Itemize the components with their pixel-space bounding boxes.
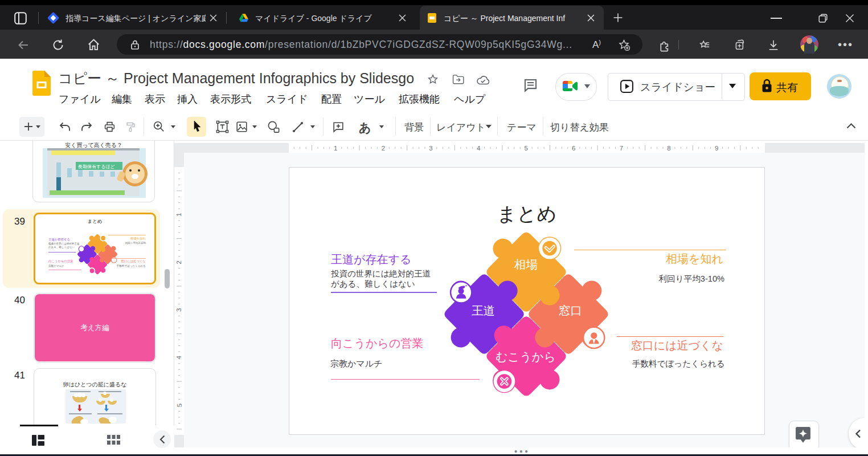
svg-text:7: 7 (620, 145, 623, 152)
svg-text:4: 4 (477, 145, 481, 152)
svg-text:窓口: 窓口 (559, 304, 582, 317)
svg-text:5: 5 (524, 145, 527, 152)
svg-text:相場: 相場 (514, 258, 538, 271)
svg-text:4: 4 (176, 356, 183, 360)
svg-text:9: 9 (715, 145, 718, 152)
svg-text:1: 1 (176, 213, 183, 216)
svg-text:3: 3 (429, 145, 432, 152)
svg-text:むこうから: むこうから (496, 350, 556, 363)
svg-text:1: 1 (334, 145, 337, 152)
svg-text:2: 2 (176, 260, 183, 264)
svg-text:8: 8 (667, 145, 670, 152)
svg-text:6: 6 (572, 145, 575, 152)
svg-text:王道: 王道 (472, 304, 495, 317)
svg-text:2: 2 (382, 145, 385, 152)
svg-text:5: 5 (176, 404, 183, 407)
svg-text:3: 3 (176, 308, 183, 312)
